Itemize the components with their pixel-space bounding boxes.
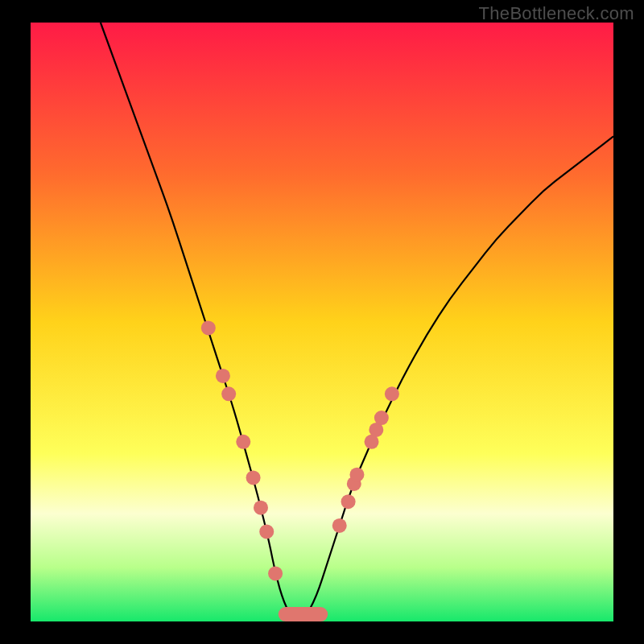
chart-container: TheBottleneck.com [0,0,644,644]
gradient-background [31,23,613,621]
left-branch-dots-point [216,369,230,383]
left-branch-dots-point [254,501,268,515]
bottleneck-chart [0,0,644,644]
right-branch-dots-point [341,494,356,509]
left-branch-dots-point [221,386,236,401]
left-branch-dots-point [259,524,274,539]
left-branch-dots-point [246,470,261,485]
valley-bar [279,607,328,621]
right-branch-dots-point [332,518,347,533]
left-branch-dots-point [268,566,283,580]
right-branch-dots-point [385,386,399,401]
left-branch-dots-point [201,320,216,335]
right-branch-dots-point [349,468,364,482]
watermark-text: TheBottleneck.com [479,3,634,24]
right-branch-dots-point [374,411,389,425]
left-branch-dots-point [236,435,250,449]
